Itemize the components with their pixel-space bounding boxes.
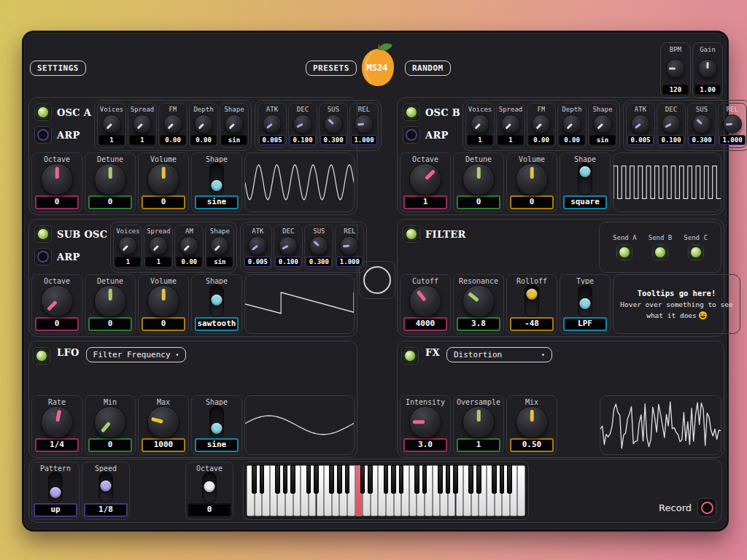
gain-value[interactable]: 1.00 bbox=[694, 85, 721, 95]
dec-value[interactable]: 0.100 bbox=[658, 135, 684, 145]
black-key[interactable] bbox=[422, 465, 427, 494]
osc-b-arp-button[interactable] bbox=[403, 126, 420, 144]
spread-value[interactable]: 1 bbox=[498, 135, 524, 145]
black-key[interactable] bbox=[438, 465, 443, 494]
sub-osc-enable-button[interactable] bbox=[34, 225, 52, 243]
black-key[interactable] bbox=[306, 465, 311, 494]
rel-knob[interactable] bbox=[723, 114, 742, 133]
black-key[interactable] bbox=[260, 465, 265, 494]
shape-knob[interactable] bbox=[210, 236, 229, 255]
resonance-value[interactable]: 3.8 bbox=[457, 317, 500, 331]
octave-value[interactable]: 0 bbox=[35, 195, 79, 209]
pattern-value[interactable]: up bbox=[34, 503, 77, 517]
slider-thumb[interactable] bbox=[101, 481, 112, 491]
octave-slider[interactable] bbox=[202, 472, 217, 503]
cutoff-knob[interactable] bbox=[409, 285, 441, 317]
atk-value[interactable]: 0.005 bbox=[244, 257, 271, 267]
cutoff-value[interactable]: 4000 bbox=[403, 317, 447, 331]
fx-enable-button[interactable] bbox=[401, 347, 419, 365]
rate-knob[interactable] bbox=[41, 406, 73, 438]
black-key[interactable] bbox=[345, 465, 350, 494]
spread-value[interactable]: 1 bbox=[145, 257, 171, 267]
fm-knob[interactable] bbox=[163, 114, 182, 133]
voices-knob[interactable] bbox=[118, 236, 137, 255]
rolloff-value[interactable]: -48 bbox=[510, 317, 554, 331]
send-a-button[interactable] bbox=[616, 244, 632, 260]
atk-value[interactable]: 0.005 bbox=[259, 135, 285, 145]
spread-value[interactable]: 1 bbox=[129, 135, 155, 145]
black-key[interactable] bbox=[283, 465, 288, 494]
oversample-value[interactable]: 1 bbox=[457, 438, 500, 452]
slider-thumb[interactable] bbox=[50, 487, 61, 498]
resonance-knob[interactable] bbox=[462, 285, 495, 317]
shape-value[interactable]: sawtooth bbox=[195, 317, 239, 331]
bpm-knob[interactable] bbox=[666, 59, 685, 78]
fm-knob[interactable] bbox=[532, 114, 551, 133]
white-key[interactable] bbox=[517, 465, 525, 516]
depth-value[interactable]: 0.00 bbox=[559, 135, 585, 145]
voices-knob[interactable] bbox=[471, 114, 489, 133]
rel-knob[interactable] bbox=[340, 236, 359, 255]
shape-value[interactable]: sine bbox=[195, 438, 239, 452]
sus-knob[interactable] bbox=[324, 114, 343, 133]
piano-keyboard[interactable] bbox=[247, 465, 525, 516]
black-key[interactable] bbox=[414, 465, 419, 494]
sus-value[interactable]: 0.300 bbox=[689, 135, 715, 145]
min-knob[interactable] bbox=[94, 406, 126, 438]
max-knob[interactable] bbox=[147, 406, 179, 438]
slider-thumb[interactable] bbox=[204, 481, 215, 492]
speed-slider[interactable] bbox=[98, 472, 113, 503]
dec-knob[interactable] bbox=[662, 114, 681, 133]
depth-value[interactable]: 0.00 bbox=[190, 135, 217, 145]
black-key[interactable] bbox=[507, 465, 512, 494]
random-button[interactable]: RANDOM bbox=[405, 61, 451, 76]
settings-button[interactable]: SETTINGS bbox=[30, 61, 86, 76]
detune-value[interactable]: 0 bbox=[88, 195, 132, 209]
gain-knob[interactable] bbox=[698, 59, 717, 78]
rel-knob[interactable] bbox=[355, 114, 374, 133]
black-key[interactable] bbox=[500, 465, 505, 494]
spread-knob[interactable] bbox=[133, 114, 152, 133]
octave-value[interactable]: 0 bbox=[187, 503, 231, 517]
rel-value[interactable]: 1.000 bbox=[351, 135, 377, 145]
black-key[interactable] bbox=[329, 465, 334, 494]
voices-value[interactable]: 1 bbox=[98, 135, 125, 145]
volume-value[interactable]: 0 bbox=[142, 317, 185, 331]
max-value[interactable]: 1000 bbox=[142, 438, 185, 452]
am-value[interactable]: 0.00 bbox=[176, 257, 202, 267]
sus-knob[interactable] bbox=[309, 236, 328, 255]
bpm-value[interactable]: 120 bbox=[662, 85, 689, 95]
depth-knob[interactable] bbox=[194, 114, 213, 133]
rel-value[interactable]: 1.000 bbox=[719, 135, 746, 145]
black-key[interactable] bbox=[453, 465, 458, 494]
atk-knob[interactable] bbox=[248, 236, 267, 255]
shape-slider[interactable] bbox=[209, 405, 224, 438]
osc-b-enable-button[interactable] bbox=[403, 104, 420, 121]
slider-thumb[interactable] bbox=[580, 166, 591, 177]
spread-knob[interactable] bbox=[501, 114, 520, 133]
rolloff-slider[interactable] bbox=[525, 284, 539, 317]
black-key[interactable] bbox=[275, 465, 280, 494]
shape-value[interactable]: sin bbox=[589, 135, 616, 145]
send-b-button[interactable] bbox=[652, 244, 668, 260]
detune-knob[interactable] bbox=[94, 163, 126, 195]
fx-effect-select[interactable]: Distortion ▾ bbox=[446, 347, 552, 362]
voices-value[interactable]: 1 bbox=[467, 135, 493, 145]
black-key[interactable] bbox=[391, 465, 396, 494]
type-value[interactable]: LPF bbox=[563, 317, 607, 331]
type-slider[interactable] bbox=[578, 284, 592, 317]
dec-value[interactable]: 0.100 bbox=[290, 135, 316, 145]
black-key[interactable] bbox=[399, 465, 404, 494]
center-dial[interactable] bbox=[359, 261, 395, 299]
black-key[interactable] bbox=[360, 465, 365, 494]
octave-knob[interactable] bbox=[41, 285, 73, 317]
detune-value[interactable]: 0 bbox=[88, 317, 132, 331]
dec-knob[interactable] bbox=[279, 236, 298, 255]
lfo-enable-button[interactable] bbox=[33, 347, 50, 365]
octave-knob[interactable] bbox=[409, 163, 441, 195]
record-button[interactable] bbox=[697, 498, 716, 517]
dec-knob[interactable] bbox=[293, 114, 312, 133]
shape-slider[interactable] bbox=[209, 163, 224, 195]
octave-value[interactable]: 1 bbox=[403, 195, 447, 209]
lfo-target-select[interactable]: Filter Frequency ▾ bbox=[86, 347, 187, 362]
